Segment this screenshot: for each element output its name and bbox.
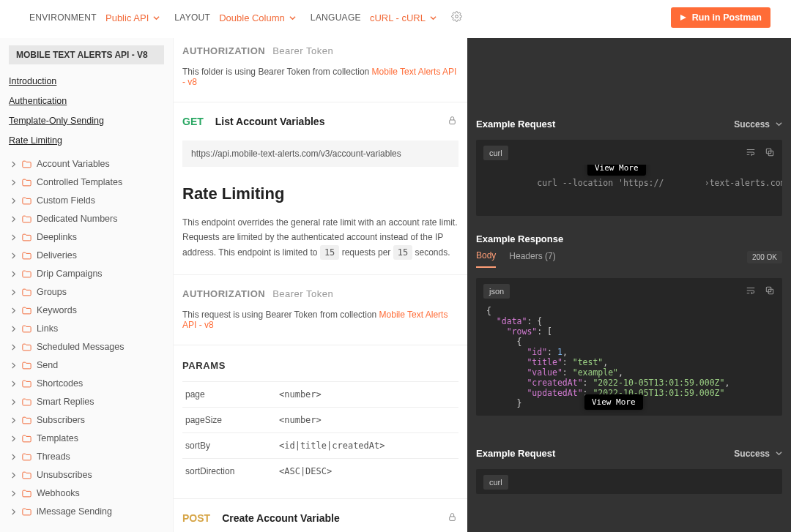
sidebar-item-unsubscribes[interactable]: Unsubscribes <box>9 466 164 484</box>
endpoint-name: List Account Variables <box>215 116 325 127</box>
table-row: sortBy<id|title|createdAt> <box>182 433 458 459</box>
toc-authentication[interactable]: Authentication <box>9 91 164 111</box>
authorization-row-2: AUTHORIZATIONBearer Token <box>182 288 458 299</box>
endpoint-name-2: Create Account Variable <box>222 512 340 524</box>
sidebar-item-imessage-sending[interactable]: iMessage Sending <box>9 503 164 521</box>
chevron-right-icon <box>10 307 17 314</box>
folder-icon <box>21 232 32 243</box>
sidebar-item-label: Smart Replies <box>37 397 94 407</box>
sidebar-item-label: Deeplinks <box>37 232 77 242</box>
view-more-tooltip[interactable]: View More <box>587 165 646 176</box>
folder-icon <box>21 506 32 517</box>
lock-icon <box>448 512 457 524</box>
sidebar-item-label: Dedicated Numbers <box>37 214 117 224</box>
lang-dropdown[interactable]: cURL - cURL <box>370 12 437 23</box>
folder-icon <box>21 323 32 334</box>
folder-icon <box>21 415 32 426</box>
chevron-down-icon <box>153 15 160 21</box>
folder-icon <box>21 360 32 371</box>
chevron-right-icon <box>10 362 17 369</box>
chevron-right-icon <box>10 234 17 241</box>
table-row: page<number> <box>182 382 458 408</box>
chevron-down-icon <box>289 15 296 21</box>
sidebar-item-label: Scheduled Messages <box>37 342 125 352</box>
sidebar-item-deeplinks[interactable]: Deeplinks <box>9 228 164 247</box>
sidebar-item-templates[interactable]: Templates <box>9 430 164 448</box>
sidebar-item-label: iMessage Sending <box>37 506 112 517</box>
sidebar-item-links[interactable]: Links <box>9 320 164 338</box>
folder-icon <box>21 470 32 481</box>
toc-template-only[interactable]: Template-Only Sending <box>9 111 164 131</box>
sidebar-item-controlled-templates[interactable]: Controlled Templates <box>9 173 164 192</box>
sidebar-item-label: Templates <box>37 433 78 443</box>
chevron-right-icon <box>10 399 17 405</box>
sidebar-item-account-variables[interactable]: Account Variables <box>9 155 164 173</box>
sidebar-item-send[interactable]: Send <box>9 356 164 375</box>
folder-icon <box>21 287 32 298</box>
svg-rect-2 <box>450 517 456 520</box>
example-request-dropdown[interactable]: Success <box>734 119 782 130</box>
sidebar-item-label: Drip Campaigns <box>37 269 103 279</box>
folder-icon <box>21 159 32 170</box>
method-get: GET <box>182 116 204 127</box>
method-post: POST <box>182 512 210 524</box>
main-content: AUTHORIZATIONBearer Token This folder is… <box>173 38 467 532</box>
example-panel: Example Request Success curl curl --loca… <box>467 38 791 532</box>
response-code-box: json { "data": { "rows": [ { "id": 1, "t… <box>476 278 782 416</box>
folder-icon <box>21 195 32 206</box>
copy-icon[interactable] <box>765 147 775 160</box>
run-in-postman-button[interactable]: Run in Postman <box>671 7 770 28</box>
toc-introduction[interactable]: Introduction <box>9 72 164 91</box>
sidebar-item-label: Groups <box>37 287 67 297</box>
sidebar-item-groups[interactable]: Groups <box>9 283 164 301</box>
table-row: pageSize<number> <box>182 408 458 433</box>
request-code-box: curl curl --location 'https:// ›text-ale… <box>476 140 782 216</box>
sidebar-item-deliveries[interactable]: Deliveries <box>9 247 164 265</box>
sidebar-item-drip-campaigns[interactable]: Drip Campaigns <box>9 265 164 283</box>
chevron-right-icon <box>10 271 17 277</box>
sidebar-item-threads[interactable]: Threads <box>9 448 164 466</box>
wrap-icon[interactable] <box>746 285 756 298</box>
sidebar-item-subscribers[interactable]: Subscribers <box>9 411 164 430</box>
chevron-right-icon <box>10 344 17 351</box>
sidebar-item-custom-fields[interactable]: Custom Fields <box>9 192 164 210</box>
endpoint-list-account-variables: GET List Account Variables <box>182 116 458 127</box>
folder-icon <box>21 269 32 280</box>
chevron-right-icon <box>10 454 17 460</box>
gear-icon[interactable] <box>451 11 462 24</box>
lang-pill-curl-2: curl <box>483 475 508 490</box>
layout-dropdown[interactable]: Double Column <box>219 12 296 23</box>
example-request-dropdown-2[interactable]: Success <box>734 449 782 459</box>
tab-headers[interactable]: Headers (7) <box>509 247 555 267</box>
params-heading: PARAMS <box>182 360 458 371</box>
sidebar-item-smart-replies[interactable]: Smart Replies <box>9 393 164 411</box>
sidebar-item-label: Webhooks <box>37 488 80 498</box>
layout-label: LAYOUT <box>174 12 210 23</box>
view-more-tooltip-2[interactable]: View More <box>584 394 643 410</box>
wrap-icon[interactable] <box>746 147 756 160</box>
auth-description: This folder is using Bearer Token from c… <box>182 67 458 87</box>
chevron-right-icon <box>10 490 17 497</box>
folder-icon <box>21 305 32 316</box>
sidebar-item-keywords[interactable]: Keywords <box>9 301 164 320</box>
sidebar-item-webhooks[interactable]: Webhooks <box>9 484 164 503</box>
sidebar-item-scheduled-messages[interactable]: Scheduled Messages <box>9 338 164 356</box>
lang-pill-curl: curl <box>483 146 508 160</box>
sidebar-item-label: Unsubscribes <box>37 470 92 480</box>
toc-rate-limiting[interactable]: Rate Limiting <box>9 131 164 151</box>
rate-limiting-heading: Rate Limiting <box>182 184 458 203</box>
top-nav: ENVIRONMENT Public API LAYOUT Double Col… <box>0 0 791 38</box>
env-dropdown[interactable]: Public API <box>105 12 160 23</box>
sidebar-item-shortcodes[interactable]: Shortcodes <box>9 375 164 393</box>
api-title: MOBILE TEXT ALERTS API - V8 <box>9 45 164 64</box>
sidebar-item-label: Controlled Templates <box>37 177 122 187</box>
sidebar-item-label: Subscribers <box>37 415 85 425</box>
chevron-right-icon <box>10 198 17 204</box>
chevron-down-icon <box>430 15 437 21</box>
sidebar-item-label: Threads <box>37 452 70 462</box>
folder-icon <box>21 342 32 353</box>
tab-body[interactable]: Body <box>476 246 496 268</box>
copy-icon[interactable] <box>765 285 775 298</box>
folder-icon <box>21 488 32 499</box>
sidebar-item-dedicated-numbers[interactable]: Dedicated Numbers <box>9 210 164 228</box>
